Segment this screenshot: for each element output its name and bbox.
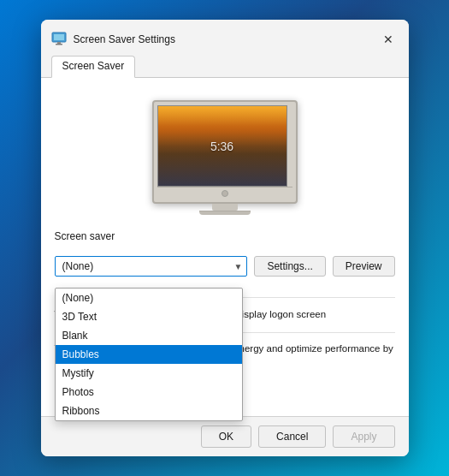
cancel-button[interactable]: Cancel <box>258 425 326 448</box>
preview-time: 5:36 <box>210 140 233 153</box>
screensaver-dropdown[interactable]: (None) 3D Text Blank Bubbles Mystify Pho… <box>55 288 243 421</box>
screensaver-select[interactable]: (None) 3D Text Blank Bubbles Mystify Pho… <box>55 256 248 277</box>
tab-bar: Screen Saver <box>41 51 409 78</box>
monitor-stand <box>212 204 238 211</box>
screensaver-section-label: Screen saver <box>55 230 395 242</box>
monitor-bezel <box>157 187 292 199</box>
svg-rect-3 <box>56 44 62 45</box>
monitor-base <box>199 211 251 215</box>
preview-button[interactable]: Preview <box>333 256 395 277</box>
dialog-title: Screen Saver Settings <box>74 33 378 45</box>
monitor-frame: 5:36 <box>152 100 298 215</box>
dropdown-item-3dtext[interactable]: 3D Text <box>56 307 242 326</box>
dropdown-item-ribbons[interactable]: Ribbons <box>56 402 242 420</box>
preview-area: 5:36 <box>55 92 395 220</box>
apply-button[interactable]: Apply <box>333 425 394 448</box>
dropdown-item-mystify[interactable]: Mystify <box>56 364 242 383</box>
monitor-screen: 5:36 <box>157 105 287 187</box>
screensaver-label-row: Screen saver <box>55 230 395 246</box>
monitor-dot <box>222 190 228 197</box>
dropdown-item-photos[interactable]: Photos <box>56 383 242 402</box>
svg-rect-1 <box>54 34 64 40</box>
dropdown-item-none[interactable]: (None) <box>56 289 242 307</box>
tab-screensaver[interactable]: Screen Saver <box>51 56 136 78</box>
settings-button[interactable]: Settings... <box>254 256 325 277</box>
close-button[interactable]: ✕ <box>378 29 399 50</box>
dropdown-item-bubbles[interactable]: Bubbles <box>56 345 242 364</box>
titlebar: Screen Saver Settings ✕ <box>41 20 409 51</box>
ok-button[interactable]: OK <box>201 425 251 448</box>
lock-time-area: 5:36 <box>210 140 233 153</box>
screensaver-row: (None) 3D Text Blank Bubbles Mystify Pho… <box>55 256 395 277</box>
dropdown-item-blank[interactable]: Blank <box>56 326 242 345</box>
dialog-body: 5:36 Screen saver (None) 3D Text <box>41 78 409 416</box>
monitor-icon <box>51 32 67 47</box>
svg-rect-2 <box>57 42 61 44</box>
screensaver-select-wrapper: (None) 3D Text Blank Bubbles Mystify Pho… <box>55 256 248 277</box>
screen-saver-settings-dialog: Screen Saver Settings ✕ Screen Saver 5:3… <box>41 20 409 456</box>
dialog-footer: OK Cancel Apply <box>41 416 409 456</box>
monitor-screen-outer: 5:36 <box>152 100 298 204</box>
